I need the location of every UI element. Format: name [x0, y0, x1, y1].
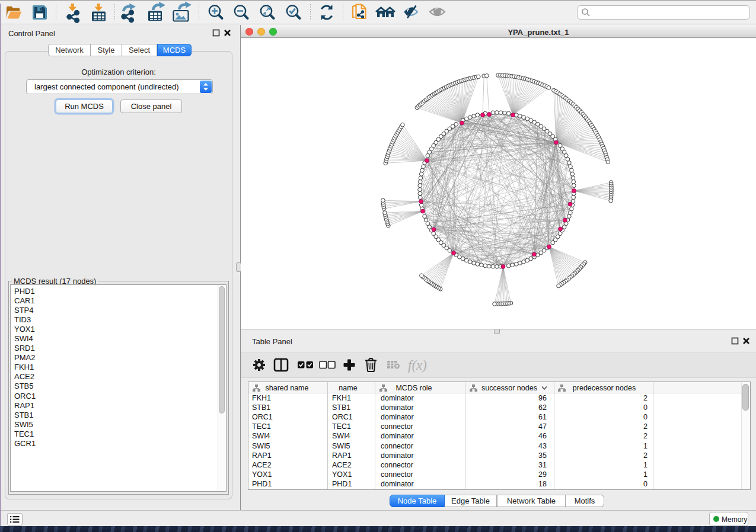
svg-text:f(x): f(x): [408, 358, 427, 373]
